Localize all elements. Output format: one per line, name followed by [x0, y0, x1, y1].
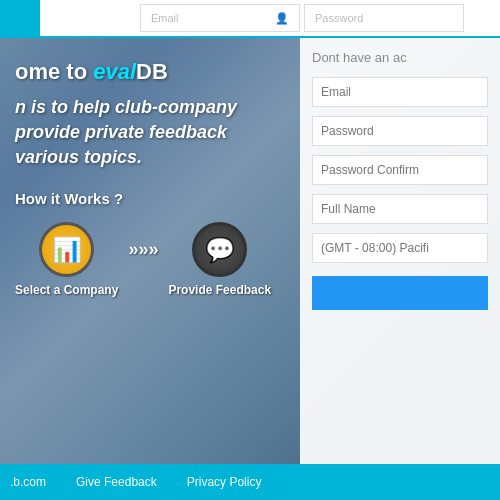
signup-password-field[interactable] [312, 116, 488, 146]
nav-email-label: Email [151, 12, 179, 24]
step-arrow: »»» [128, 239, 158, 260]
how-it-works-heading: How it Works ? [15, 190, 305, 207]
signup-email-field[interactable] [312, 77, 488, 107]
sub-line-3: various topics. [15, 145, 305, 170]
welcome-subtext: n is to help club-company provide privat… [15, 95, 305, 171]
signup-title: Dont have an ac [312, 50, 488, 65]
footer-item-feedback[interactable]: Give Feedback [76, 475, 157, 489]
nav-password-label: Password [315, 12, 363, 24]
main-content: ome to evalDB n is to help club-company … [0, 38, 320, 464]
footer-item-home[interactable]: .b.com [10, 475, 46, 489]
welcome-prefix: ome to [15, 59, 93, 84]
step-company-label: Select a Company [15, 283, 118, 297]
footer-item-privacy[interactable]: Privacy Policy [187, 475, 262, 489]
brand-db: DB [136, 59, 168, 84]
nav-inputs: Email 👤 Password [140, 4, 464, 32]
brand-eval: eval [93, 59, 136, 84]
nav-accent-bar [0, 0, 40, 36]
signup-password-input[interactable] [312, 116, 488, 146]
signup-timezone-field[interactable] [312, 233, 488, 263]
step-feedback-label: Provide Feedback [168, 283, 271, 297]
signup-fullname-input[interactable] [312, 194, 488, 224]
nav-password-field[interactable]: Password [304, 4, 464, 32]
footer: .b.com Give Feedback Privacy Policy [0, 464, 500, 500]
steps-container: 📊 Select a Company »»» 💬 Provide Feedbac… [15, 222, 305, 297]
signup-panel: Dont have an ac [300, 38, 500, 464]
sub-line-1: n is to help club-company [15, 95, 305, 120]
step-feedback: 💬 Provide Feedback [168, 222, 271, 297]
nav-email-field[interactable]: Email 👤 [140, 4, 300, 32]
signup-fullname-field[interactable] [312, 194, 488, 224]
sub-line-2: provide private feedback [15, 120, 305, 145]
company-icon: 📊 [39, 222, 94, 277]
top-navigation: Email 👤 Password [0, 0, 500, 38]
welcome-heading: ome to evalDB [15, 58, 305, 87]
signup-password-confirm-field[interactable] [312, 155, 488, 185]
feedback-icon: 💬 [192, 222, 247, 277]
signup-email-input[interactable] [312, 77, 488, 107]
signup-button[interactable] [312, 276, 488, 310]
user-icon: 👤 [275, 12, 289, 25]
signup-timezone-input[interactable] [312, 233, 488, 263]
step-company: 📊 Select a Company [15, 222, 118, 297]
signup-password-confirm-input[interactable] [312, 155, 488, 185]
